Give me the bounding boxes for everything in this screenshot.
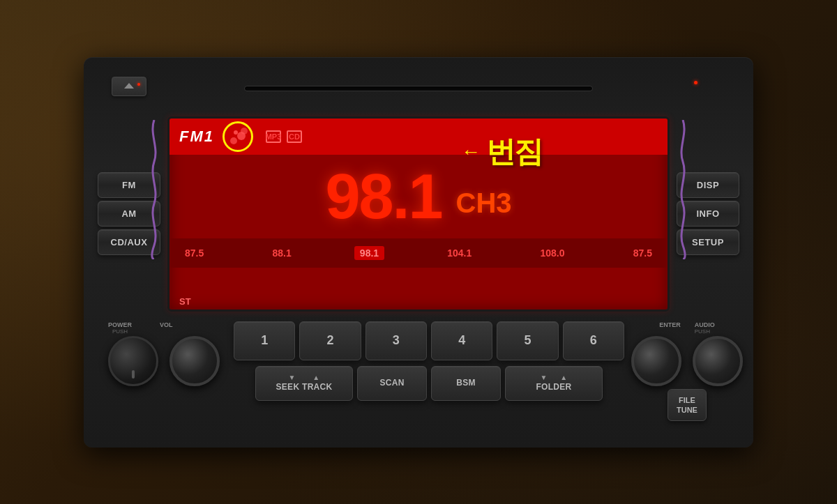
power-led <box>694 81 698 84</box>
top-section <box>98 71 739 106</box>
cd-slot <box>244 86 593 91</box>
audio-label: AUDIO PUSH <box>695 321 715 335</box>
vol-label: VOL <box>160 321 173 335</box>
preset-btn-3[interactable]: 3 <box>365 321 427 360</box>
radio-unit: FM AM CD/AUX ← 번짐 FM1 <box>84 57 753 448</box>
bsm-button[interactable]: BSM <box>431 366 501 401</box>
display-screen: ← 번짐 FM1 MP3 CD <box>167 116 670 312</box>
channel-display: CH3 <box>456 188 512 219</box>
preset-bar: 87.5 88.1 98.1 104.1 108.0 87.5 <box>169 238 668 268</box>
folder-label: FOLDER <box>536 382 571 393</box>
korean-annotation-text: 번짐 <box>486 132 542 171</box>
file-tune-btn-area: FILETUNE <box>668 389 707 422</box>
number-buttons-row: 1 2 3 4 5 6 <box>220 321 638 360</box>
seek-arrows: ▼ ▲ <box>288 373 319 382</box>
seek-track-label: SEEK TRACK <box>276 382 332 393</box>
preset-btn-5[interactable]: 5 <box>497 321 558 360</box>
preset-btn-1[interactable]: 1 <box>234 321 295 360</box>
bottom-buttons-row: ▼ ▲ SEEK TRACK SCAN BSM ▼ ▲ FOLDER <box>220 366 638 401</box>
folder-button[interactable]: ▼ ▲ FOLDER <box>505 366 603 401</box>
defect-spots <box>228 127 248 146</box>
scene: FM AM CD/AUX ← 번짐 FM1 <box>0 0 837 504</box>
vol-knob[interactable] <box>169 336 220 386</box>
defect-indicator <box>223 121 253 152</box>
power-label: POWER PUSH <box>108 321 132 335</box>
preset-5: 108.0 <box>534 246 570 260</box>
preset-6: 87.5 <box>628 246 658 260</box>
wavy-left-decoration <box>148 120 160 259</box>
enter-audio-labels: ENTER AUDIO PUSH <box>659 321 715 335</box>
knobs-row <box>108 336 220 386</box>
vol-label-text: VOL <box>160 321 173 328</box>
frequency-display: 98.1 <box>325 165 442 228</box>
mode-display: FM1 <box>179 128 214 146</box>
enter-label-text: ENTER <box>659 321 681 328</box>
push-label-text: PUSH <box>108 328 132 335</box>
screen-header: FM1 MP3 CD ST <box>169 119 668 155</box>
preset-btn-2[interactable]: 2 <box>299 321 361 360</box>
folder-arrows: ▼ ▲ <box>541 373 568 382</box>
wavy-right-decoration <box>677 120 689 259</box>
power-knob[interactable] <box>108 336 158 386</box>
preset-3-active: 98.1 <box>354 246 384 260</box>
preset-btn-4[interactable]: 4 <box>431 321 492 360</box>
power-label-text: POWER <box>108 321 132 329</box>
left-knob-group: POWER PUSH VOL <box>101 321 213 387</box>
enter-knob[interactable] <box>631 336 681 386</box>
screen-main: 98.1 CH3 <box>169 155 668 238</box>
seek-track-button[interactable]: ▼ ▲ SEEK TRACK <box>255 366 353 401</box>
number-btns-area: 1 2 3 4 5 6 ▼ ▲ SEEK TRACK SCAN BSM <box>220 321 638 401</box>
file-tune-button[interactable]: FILETUNE <box>668 389 707 422</box>
right-knobs-row <box>631 336 743 386</box>
power-vol-labels: POWER PUSH VOL <box>108 321 173 335</box>
annotation: ← 번짐 <box>461 132 542 171</box>
preset-1: 87.5 <box>179 246 209 260</box>
scan-button[interactable]: SCAN <box>357 366 427 401</box>
preset-btn-6[interactable]: 6 <box>563 321 624 360</box>
right-knob-group: ENTER AUDIO PUSH FILETUNE <box>645 321 736 422</box>
eject-button[interactable] <box>112 77 146 96</box>
preset-4: 104.1 <box>442 246 477 260</box>
file-tune-area <box>631 336 681 386</box>
preset-2: 88.1 <box>266 246 296 260</box>
enter-label: ENTER <box>659 321 681 335</box>
middle-section: FM AM CD/AUX ← 번짐 FM1 <box>98 116 739 312</box>
audio-label-text: AUDIO <box>695 321 715 328</box>
annotation-arrow: ← <box>461 141 481 163</box>
eject-icon <box>124 83 134 89</box>
audio-knob-area <box>693 336 743 386</box>
cd-icon: CD <box>287 130 302 143</box>
eject-led <box>137 83 140 86</box>
mp3-icon: MP3 <box>266 130 281 143</box>
screen-icons: MP3 CD <box>266 130 302 143</box>
audio-knob[interactable] <box>693 336 743 386</box>
stereo-indicator: ST <box>179 296 191 307</box>
push-audio-label: PUSH <box>695 328 715 335</box>
